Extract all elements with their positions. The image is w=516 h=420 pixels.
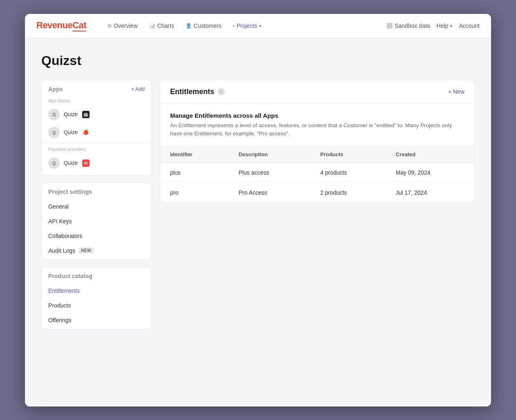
- divider-payment: [42, 143, 151, 144]
- info-icon[interactable]: i: [218, 88, 225, 95]
- logo[interactable]: RevenueCat: [36, 20, 86, 31]
- product-catalog-section: Product catalog Entitlements Products Of…: [41, 267, 152, 330]
- add-app-button[interactable]: + Add: [131, 86, 145, 92]
- nav-link-overview-label: Overview: [114, 22, 137, 29]
- new-entitlement-button[interactable]: + New: [448, 88, 464, 95]
- col-identifier: Identifier: [160, 146, 229, 163]
- payment-providers-label: Payment providers: [42, 145, 151, 154]
- cell-created-pro: Jul 17, 2024: [386, 183, 474, 203]
- project-settings-header: Project settings: [42, 183, 151, 199]
- logo-text: RevenueCat: [36, 20, 86, 30]
- sidebar-link-general[interactable]: General: [42, 199, 151, 214]
- help-menu[interactable]: Help ▾: [437, 22, 453, 29]
- cell-products-pro: 2 products: [310, 183, 386, 203]
- table-row[interactable]: pro Pro Access 2 products Jul 17, 2024: [160, 183, 474, 203]
- nav-link-customers-label: Customers: [194, 22, 222, 29]
- topnav: RevenueCat ⊞ Overview 📊 Charts 👤 Custome…: [25, 14, 491, 38]
- nav-link-overview[interactable]: ⊞ Overview: [103, 20, 142, 31]
- browser-window: RevenueCat ⊞ Overview 📊 Charts 👤 Custome…: [25, 14, 491, 407]
- description-block: Manage Entitlements across all Apps An E…: [160, 104, 474, 147]
- app-stores-label: App stores: [42, 97, 151, 106]
- app-avatar-stripe: Q: [48, 157, 60, 169]
- cell-identifier-pro: pro: [160, 183, 229, 203]
- entitlements-table: Identifier Description Products Created …: [160, 146, 474, 202]
- content-layout: Apps + Add App stores Q Quiztr 🤖 Q Quizt…: [41, 80, 475, 330]
- sidebar-link-products[interactable]: Products: [42, 298, 151, 313]
- apps-section-header: Apps + Add: [42, 80, 151, 97]
- app-item-quiztr-stripe[interactable]: Q Quiztr St: [42, 154, 151, 172]
- panel-title: Entitlements: [170, 88, 214, 96]
- nav-links: ⊞ Overview 📊 Charts 👤 Customers ▪ Projec…: [103, 20, 387, 31]
- cell-identifier-plus: plus: [160, 163, 229, 183]
- sidebar: Apps + Add App stores Q Quiztr 🤖 Q Quizt…: [41, 80, 152, 330]
- overview-icon: ⊞: [108, 23, 112, 29]
- sandbox-data[interactable]: Sandbox data: [387, 22, 430, 29]
- sidebar-link-api-keys[interactable]: API Keys: [42, 214, 151, 229]
- cell-description-pro: Pro Access: [229, 183, 311, 203]
- projects-icon: ▪: [233, 23, 234, 29]
- nav-right: Sandbox data Help ▾ Account: [387, 22, 480, 29]
- customers-icon: 👤: [186, 23, 192, 29]
- app-name-android: Quiztr: [64, 111, 78, 117]
- sidebar-link-entitlements[interactable]: Entitlements: [42, 283, 151, 298]
- cell-products-plus: 4 products: [310, 163, 386, 183]
- nav-link-projects[interactable]: ▪ Projects ▾: [228, 20, 266, 31]
- cell-created-plus: May 09, 2024: [386, 163, 474, 183]
- nav-link-charts-label: Charts: [157, 22, 174, 29]
- description-text: An Entitlement represents a level of acc…: [170, 121, 464, 138]
- sidebar-link-audit-logs[interactable]: Audit Logs NEW: [42, 243, 151, 258]
- nav-link-charts[interactable]: 📊 Charts: [144, 20, 179, 31]
- project-settings-title: Project settings: [48, 189, 92, 195]
- table-header: Identifier Description Products Created: [160, 146, 474, 163]
- cell-description-plus: Plus access: [229, 163, 311, 183]
- app-avatar-apple: Q: [48, 127, 60, 138]
- page-title: Quizst: [41, 53, 475, 68]
- app-avatar-android: Q: [48, 109, 60, 120]
- charts-icon: 📊: [149, 23, 155, 29]
- apps-section: Apps + Add App stores Q Quiztr 🤖 Q Quizt…: [41, 80, 152, 176]
- col-created: Created: [386, 146, 474, 163]
- sidebar-link-offerings[interactable]: Offerings: [42, 313, 151, 328]
- app-name-stripe: Quiztr: [64, 160, 78, 166]
- table-body: plus Plus access 4 products May 09, 2024…: [160, 163, 474, 203]
- table-row[interactable]: plus Plus access 4 products May 09, 2024: [160, 163, 474, 183]
- table-header-row: Identifier Description Products Created: [160, 146, 474, 163]
- projects-dropdown-icon: ▾: [259, 24, 261, 28]
- app-name-apple: Quiztr: [64, 129, 78, 135]
- account-label: Account: [459, 22, 480, 29]
- apps-title: Apps: [48, 86, 63, 92]
- panel-title-row: Entitlements i: [170, 88, 225, 96]
- stripe-icon: St: [82, 159, 90, 167]
- product-catalog-title: Product catalog: [48, 273, 92, 279]
- product-catalog-header: Product catalog: [42, 267, 151, 283]
- description-title: Manage Entitlements across all Apps: [170, 112, 464, 119]
- apple-icon: 🍎: [82, 129, 90, 136]
- app-item-quiztr-android[interactable]: Q Quiztr 🤖: [42, 106, 151, 124]
- sandbox-icon: [387, 23, 393, 29]
- col-products: Products: [310, 146, 386, 163]
- sidebar-link-collaborators[interactable]: Collaborators: [42, 229, 151, 243]
- main-panel: Entitlements i + New Manage Entitlements…: [160, 80, 475, 203]
- app-item-quiztr-apple[interactable]: Q Quiztr 🍎: [42, 124, 151, 141]
- help-dropdown-icon: ▾: [450, 24, 452, 28]
- sandbox-label: Sandbox data: [395, 22, 430, 29]
- audit-logs-badge: NEW: [79, 247, 94, 254]
- col-description: Description: [229, 146, 311, 163]
- project-settings-section: Project settings General API Keys Collab…: [41, 182, 152, 260]
- nav-link-projects-label: Projects: [237, 22, 258, 29]
- account-menu[interactable]: Account: [459, 22, 480, 29]
- android-icon: 🤖: [82, 111, 90, 118]
- nav-link-customers[interactable]: 👤 Customers: [181, 20, 227, 31]
- panel-header: Entitlements i + New: [160, 80, 474, 104]
- main-content: Quizst Apps + Add App stores Q Quiztr 🤖: [25, 38, 491, 346]
- help-label: Help: [437, 22, 449, 29]
